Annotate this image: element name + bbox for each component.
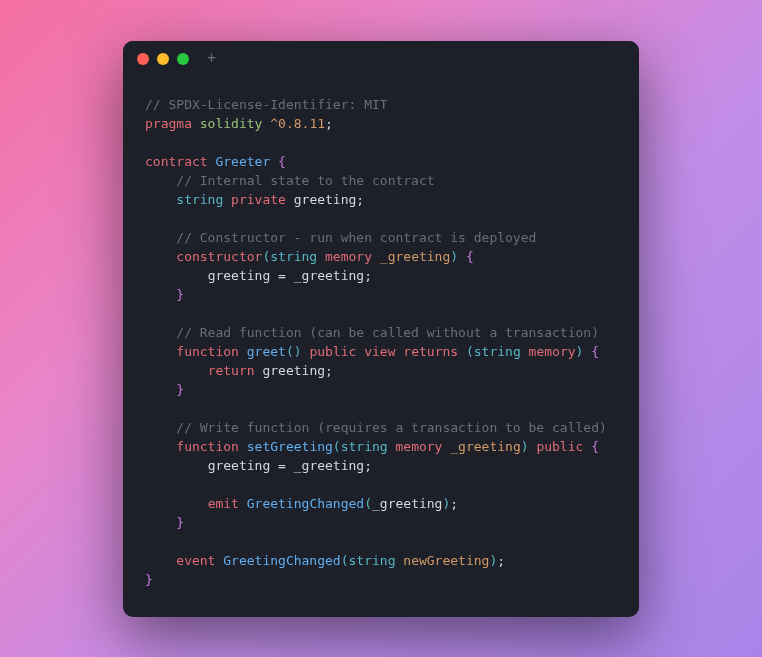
param-greeting: _greeting [372,496,442,511]
brace-open: { [583,344,599,359]
close-icon[interactable] [137,53,149,65]
semicolon: ; [364,268,372,283]
var-greeting: greeting [208,268,271,283]
type-string: string [349,553,396,568]
new-tab-icon[interactable]: + [207,51,216,66]
minimize-icon[interactable] [157,53,169,65]
maximize-icon[interactable] [177,53,189,65]
code-comment: // Read function (can be called without … [176,325,599,340]
keyword-emit: emit [208,496,239,511]
code-comment: // Constructor - run when contract is de… [176,230,536,245]
version-literal: ^0.8.11 [270,116,325,131]
param-newgreeting: newGreeting [403,553,489,568]
keyword-returns: returns [403,344,458,359]
paren-open: ( [364,496,372,511]
brace-close: } [176,515,184,530]
assign-op: = [270,268,293,283]
param-greeting: _greeting [294,268,364,283]
keyword-contract: contract [145,154,208,169]
param-greeting: _greeting [450,439,520,454]
code-comment: // Internal state to the contract [176,173,434,188]
brace-open: { [278,154,286,169]
assign-op: = [270,458,293,473]
contract-name: Greeter [215,154,270,169]
keyword-public: public [536,439,583,454]
keyword-pragma: pragma [145,116,192,131]
func-greet: greet [247,344,286,359]
code-editor[interactable]: // SPDX-License-Identifier: MIT pragma s… [123,77,639,617]
event-name: GreetingChanged [223,553,340,568]
keyword-function: function [176,439,239,454]
keyword-return: return [208,363,255,378]
var-greeting: greeting [262,363,325,378]
event-name: GreetingChanged [247,496,364,511]
keyword-function: function [176,344,239,359]
paren-close: ) [450,249,458,264]
var-greeting: greeting [294,192,357,207]
param-greeting: _greeting [294,458,364,473]
titlebar: + [123,41,639,77]
param-greeting: _greeting [380,249,450,264]
keyword-public: public [309,344,356,359]
keyword-memory: memory [529,344,576,359]
keyword-private: private [231,192,286,207]
paren-close: ) [294,344,302,359]
semicolon: ; [356,192,364,207]
semicolon: ; [325,116,333,131]
paren-close: ) [521,439,529,454]
type-string: string [270,249,317,264]
type-string: string [341,439,388,454]
paren-open: ( [466,344,474,359]
paren-open: ( [333,439,341,454]
type-string: string [474,344,521,359]
ident-solidity: solidity [200,116,263,131]
keyword-memory: memory [395,439,442,454]
keyword-constructor: constructor [176,249,262,264]
brace-close: } [145,572,153,587]
keyword-memory: memory [325,249,372,264]
brace-close: } [176,382,184,397]
semicolon: ; [497,553,505,568]
func-setgreeting: setGreeting [247,439,333,454]
brace-close: } [176,287,184,302]
brace-open: { [583,439,599,454]
semicolon: ; [364,458,372,473]
paren-open: ( [286,344,294,359]
code-comment: // SPDX-License-Identifier: MIT [145,97,388,112]
keyword-view: view [364,344,395,359]
paren-open: ( [341,553,349,568]
semicolon: ; [450,496,458,511]
code-comment: // Write function (requires a transactio… [176,420,606,435]
type-string: string [176,192,223,207]
keyword-event: event [176,553,215,568]
semicolon: ; [325,363,333,378]
brace-open: { [458,249,474,264]
editor-window: + // SPDX-License-Identifier: MIT pragma… [123,41,639,617]
var-greeting: greeting [208,458,271,473]
